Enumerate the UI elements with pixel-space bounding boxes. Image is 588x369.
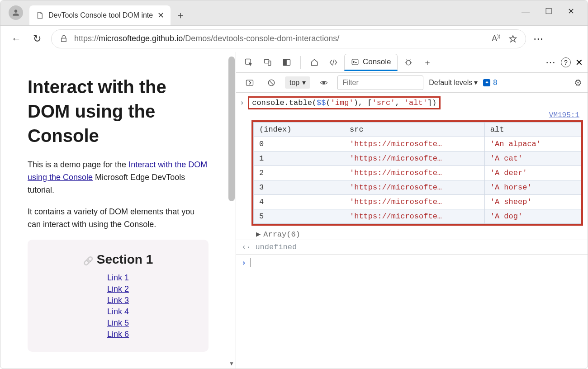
table-header[interactable]: (index) <box>254 123 344 137</box>
chevron-down-icon: ▾ <box>474 78 478 87</box>
table-row[interactable]: 0'https://microsofte…'An alpaca' <box>254 137 581 151</box>
devtools-close-icon[interactable]: ✕ <box>575 57 583 68</box>
console-toolbar: top▾ Default levels▾ ✦ 8 ⚙ <box>236 73 588 93</box>
section-card: Section 1 Link 1 Link 2 Link 3 Link 4 Li… <box>28 240 209 352</box>
list-item[interactable]: Link 6 <box>107 330 129 339</box>
context-select[interactable]: top▾ <box>285 76 310 89</box>
input-chevron-icon: › <box>240 99 244 107</box>
device-emulation-icon[interactable] <box>260 54 276 71</box>
console-table: (index) src alt 0'https://microsofte…'An… <box>251 120 583 226</box>
back-button[interactable]: ← <box>9 33 23 45</box>
svg-rect-7 <box>247 80 253 85</box>
chevron-down-icon: ▾ <box>302 78 306 87</box>
toggle-sidebar-icon[interactable] <box>242 75 258 91</box>
url-field[interactable]: https://microsoftedge.github.io/Demos/de… <box>51 29 526 48</box>
intro-paragraph: This is a demo page for the Interact wit… <box>28 159 209 197</box>
window-close-icon[interactable]: ✕ <box>568 6 574 16</box>
table-row[interactable]: 4'https://microsofte…'A sheep' <box>254 195 581 209</box>
console-settings-icon[interactable]: ⚙ <box>574 77 582 88</box>
console-icon <box>351 58 359 66</box>
list-item[interactable]: Link 5 <box>107 318 129 328</box>
list-item[interactable]: Link 1 <box>107 273 129 283</box>
address-bar: ← ↻ https://microsoftedge.github.io/Demo… <box>0 26 588 52</box>
svg-rect-5 <box>352 59 358 65</box>
more-tabs-button[interactable]: ＋ <box>419 54 436 71</box>
table-header[interactable]: src <box>344 123 485 137</box>
console-input-row[interactable]: › <box>236 255 588 271</box>
clear-console-icon[interactable] <box>263 75 280 91</box>
section-title: Section 1 <box>41 252 195 267</box>
elements-tab-icon[interactable] <box>325 54 341 71</box>
list-item[interactable]: Link 4 <box>107 307 129 317</box>
browser-tab[interactable]: DevTools Console tool DOM inte ✕ <box>29 5 171 25</box>
welcome-tab-icon[interactable] <box>306 54 322 71</box>
read-aloud-icon[interactable]: A)) <box>492 34 500 43</box>
help-icon[interactable]: ? <box>561 57 571 67</box>
filter-input[interactable] <box>337 76 423 90</box>
inspect-element-icon[interactable] <box>241 54 257 71</box>
window-maximize-icon[interactable]: ☐ <box>545 6 552 16</box>
new-tab-button[interactable]: ＋ <box>171 5 190 25</box>
return-value-row: ‹· undefined <box>236 240 588 255</box>
table-row[interactable]: 3'https://microsofte…'A horse' <box>254 180 581 195</box>
console-output: › console.table($$('img'), ['src', 'alt'… <box>236 93 588 369</box>
description-paragraph: It contains a variety of DOM elements th… <box>28 206 209 231</box>
page-icon <box>36 11 44 20</box>
page-viewport: Interact with the DOM using the Console … <box>0 52 236 369</box>
svg-rect-4 <box>284 59 287 65</box>
devtools-tabstrip: Console ＋ ⋯ ? ✕ <box>236 52 588 73</box>
issues-tab-icon[interactable] <box>400 54 417 71</box>
svg-point-6 <box>406 60 411 65</box>
log-levels-select[interactable]: Default levels▾ <box>429 78 478 87</box>
scrollbar-thumb[interactable] <box>228 57 235 201</box>
list-item[interactable]: Link 3 <box>107 296 129 305</box>
return-chevron-icon: ‹· <box>242 243 251 251</box>
source-link[interactable]: VM195:1 <box>236 111 588 119</box>
tab-strip: DevTools Console tool DOM inte ✕ ＋ <box>0 0 588 26</box>
expand-triangle-icon[interactable]: ▶ <box>256 230 261 239</box>
dock-side-icon[interactable] <box>279 54 295 71</box>
scrollbar-down-icon[interactable]: ▼ <box>229 360 234 367</box>
devtools-panel: Console ＋ ⋯ ? ✕ top▾ Default levels▾ <box>236 52 588 369</box>
table-row[interactable]: 2'https://microsofte…'A deer' <box>254 166 581 180</box>
prompt-chevron-icon: › <box>242 259 246 267</box>
issues-count[interactable]: ✦ 8 <box>483 79 497 87</box>
window-minimize-icon[interactable]: — <box>522 7 530 16</box>
table-row[interactable]: 5'https://microsofte…'A dog' <box>254 209 581 224</box>
lock-icon <box>60 35 68 43</box>
tab-close-icon[interactable]: ✕ <box>157 10 164 20</box>
table-body: 0'https://microsofte…'An alpaca' 1'https… <box>254 137 581 224</box>
table-header[interactable]: alt <box>484 123 581 137</box>
devtools-menu-icon[interactable]: ⋯ <box>545 57 556 68</box>
tab-title: DevTools Console tool DOM inte <box>48 11 153 19</box>
url-text: https://microsoftedge.github.io/Demos/de… <box>74 34 339 43</box>
text-cursor <box>251 258 251 267</box>
issues-badge-icon: ✦ <box>483 79 490 86</box>
page-heading: Interact with the DOM using the Console <box>28 75 209 148</box>
profile-avatar[interactable] <box>9 5 23 20</box>
table-row[interactable]: 1'https://microsofte…'A cat' <box>254 151 581 166</box>
favorite-icon[interactable] <box>508 34 517 43</box>
links-list: Link 1 Link 2 Link 3 Link 4 Link 5 Link … <box>41 273 195 339</box>
console-tab[interactable]: Console <box>344 54 398 71</box>
svg-point-9 <box>323 81 325 84</box>
array-summary[interactable]: ▶Array(6) <box>236 228 588 240</box>
console-tab-label: Console <box>363 57 391 66</box>
executed-command: console.table($$('img'), ['src', 'alt']) <box>248 96 441 109</box>
refresh-button[interactable]: ↻ <box>30 33 44 45</box>
live-expression-icon[interactable] <box>316 75 332 91</box>
console-command-row: › console.table($$('img'), ['src', 'alt'… <box>236 95 588 111</box>
list-item[interactable]: Link 2 <box>107 284 129 294</box>
browser-menu-button[interactable]: ⋯ <box>533 33 544 45</box>
